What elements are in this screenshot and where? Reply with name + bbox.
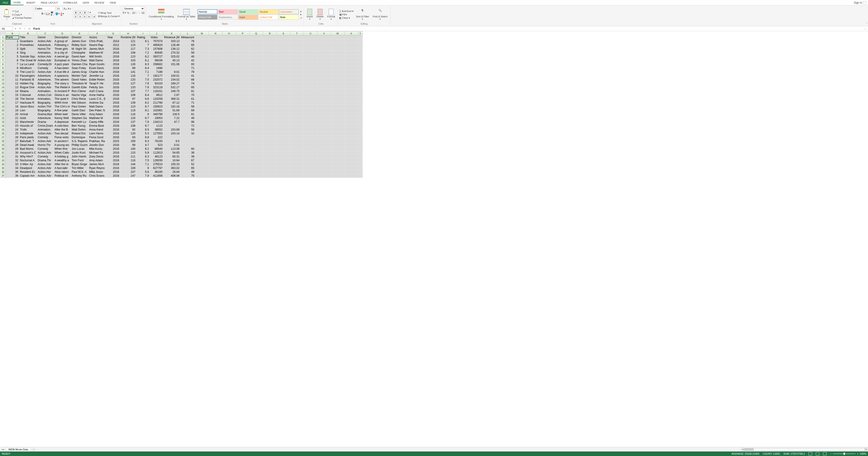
- cell[interactable]: [276, 47, 290, 51]
- cell[interactable]: Hounds of: [19, 124, 37, 128]
- cell[interactable]: 4.7: [136, 143, 150, 147]
- cell[interactable]: [249, 47, 263, 51]
- cell[interactable]: 34: [6, 166, 19, 170]
- cell[interactable]: [290, 135, 304, 139]
- cell[interactable]: [276, 147, 290, 151]
- cell[interactable]: [236, 151, 249, 155]
- cell[interactable]: Justin Kurz: [71, 151, 88, 155]
- row-header-9[interactable]: 9: [0, 66, 6, 70]
- cell[interactable]: Passengers: [19, 74, 37, 78]
- row-header-4[interactable]: 4: [0, 47, 6, 51]
- cell[interactable]: Action,Adv: [37, 132, 54, 135]
- row-header-29[interactable]: 29: [0, 143, 6, 147]
- cell[interactable]: [195, 70, 209, 74]
- row-header-11[interactable]: 11: [0, 74, 6, 78]
- cell[interactable]: [209, 70, 222, 74]
- cell[interactable]: [331, 62, 344, 66]
- cell[interactable]: [276, 132, 290, 135]
- cell[interactable]: [276, 82, 290, 86]
- cell[interactable]: Action,Thri: [37, 105, 54, 109]
- cell[interactable]: 153.69: [163, 128, 180, 132]
- cell[interactable]: 124: [120, 43, 136, 47]
- cell[interactable]: [263, 101, 276, 105]
- cell[interactable]: 123: [120, 105, 136, 109]
- cell[interactable]: [290, 74, 304, 78]
- name-box[interactable]: A1: [1, 27, 13, 31]
- cell[interactable]: Action,Adv: [37, 55, 54, 59]
- cell[interactable]: 11: [6, 78, 19, 82]
- cell[interactable]: [236, 162, 249, 166]
- cell[interactable]: [331, 74, 344, 78]
- cell[interactable]: 93: [180, 62, 195, 66]
- cell[interactable]: [249, 132, 263, 135]
- cell[interactable]: [195, 166, 209, 170]
- cell[interactable]: [222, 78, 236, 82]
- cell[interactable]: Action,Adv: [37, 59, 54, 62]
- cell[interactable]: 6.6: [136, 97, 150, 101]
- cell[interactable]: [236, 170, 249, 174]
- cell[interactable]: 7: [136, 74, 150, 78]
- cell[interactable]: [290, 70, 304, 74]
- cell[interactable]: 2016: [106, 86, 120, 89]
- row-header-19[interactable]: 19: [0, 105, 6, 109]
- cell[interactable]: Will Smith,: [88, 55, 106, 59]
- column-header-O[interactable]: O: [222, 31, 236, 35]
- tab-formulas[interactable]: FORMULAS: [61, 0, 80, 5]
- cell[interactable]: [236, 62, 249, 66]
- cell[interactable]: [331, 113, 344, 116]
- cell[interactable]: Damien Cha: [71, 62, 88, 66]
- cell[interactable]: [304, 47, 317, 51]
- cell[interactable]: 89: [120, 66, 136, 70]
- cell[interactable]: 127: [120, 82, 136, 86]
- cell[interactable]: [344, 151, 358, 155]
- cell[interactable]: Adventure,: [37, 43, 54, 47]
- tab-file[interactable]: FILE: [0, 0, 11, 5]
- cell[interactable]: [358, 124, 363, 128]
- cell[interactable]: Fiona Gord: [88, 135, 106, 139]
- cell[interactable]: [276, 109, 290, 113]
- cell[interactable]: Dominique: [71, 135, 88, 139]
- cell[interactable]: 18: [6, 105, 19, 109]
- cell[interactable]: [304, 120, 317, 124]
- cell[interactable]: 7: [136, 43, 150, 47]
- cell[interactable]: [290, 170, 304, 174]
- cell[interactable]: 102061: [150, 109, 163, 113]
- cell[interactable]: [249, 120, 263, 124]
- cell[interactable]: A secret go: [54, 55, 71, 59]
- cell[interactable]: Matthew M: [88, 116, 106, 120]
- cell[interactable]: 121: [120, 39, 136, 43]
- cell[interactable]: [317, 82, 331, 86]
- cell[interactable]: [222, 39, 236, 43]
- cell[interactable]: [317, 155, 331, 158]
- cell[interactable]: [344, 93, 358, 97]
- cell[interactable]: [331, 82, 344, 86]
- cell[interactable]: [236, 66, 249, 70]
- cell[interactable]: Animation,: [37, 51, 54, 55]
- cell[interactable]: 3: [6, 47, 19, 51]
- row-header-24[interactable]: 24: [0, 124, 6, 128]
- cell[interactable]: 100.5: [163, 113, 180, 116]
- cell[interactable]: [331, 97, 344, 101]
- cell[interactable]: Chris Pratt,: [88, 39, 106, 43]
- cell[interactable]: Jason Bour: [19, 105, 37, 109]
- cell[interactable]: Garth Davi: [71, 109, 88, 113]
- cell[interactable]: Mila Kunis,: [88, 147, 106, 151]
- cell[interactable]: [290, 97, 304, 101]
- cell[interactable]: [209, 135, 222, 139]
- cell[interactable]: [358, 97, 363, 101]
- cell[interactable]: [344, 86, 358, 89]
- cell[interactable]: [209, 124, 222, 128]
- cell[interactable]: [344, 101, 358, 105]
- cell[interactable]: 159: [120, 139, 136, 143]
- cell[interactable]: [195, 51, 209, 55]
- cell[interactable]: [276, 62, 290, 66]
- cell[interactable]: 81: [180, 89, 195, 93]
- cell[interactable]: Ron Cleme: [71, 89, 88, 93]
- cell[interactable]: 21: [6, 116, 19, 120]
- find-select-button[interactable]: 🔍Find & Select▾: [371, 8, 389, 20]
- cell[interactable]: [195, 101, 209, 105]
- cell[interactable]: [222, 86, 236, 89]
- cell[interactable]: [195, 174, 209, 178]
- cell[interactable]: [358, 158, 363, 162]
- cell[interactable]: [249, 116, 263, 120]
